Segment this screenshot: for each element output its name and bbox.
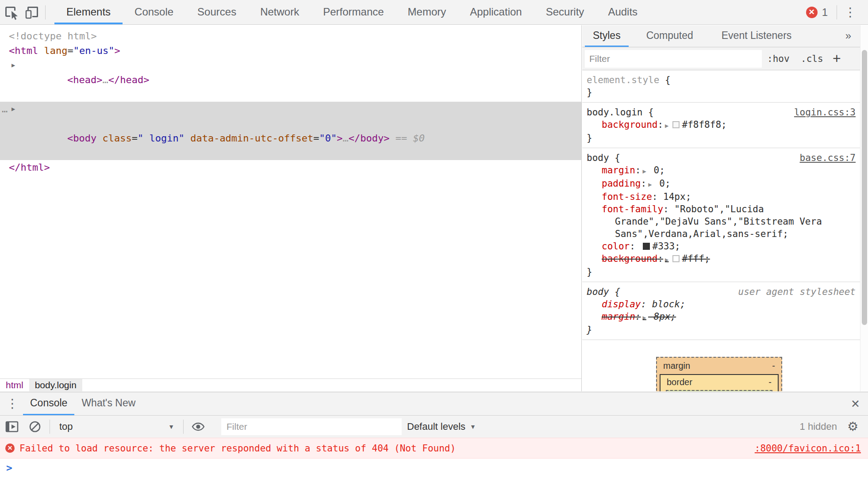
tab-network[interactable]: Network bbox=[248, 0, 311, 24]
context-label: top bbox=[59, 421, 73, 432]
prompt-chevron-icon: > bbox=[6, 462, 12, 474]
dom-row-head[interactable]: ▶<head>…</head> bbox=[0, 58, 581, 102]
breadcrumb-html[interactable]: html bbox=[0, 379, 29, 391]
tab-audits[interactable]: Audits bbox=[596, 0, 649, 24]
elements-panel: <!doctype html> <html lang="en-us"> ▶<he… bbox=[0, 25, 582, 391]
error-badge-icon[interactable]: ✕ bbox=[806, 7, 818, 18]
rule-close-brace: } bbox=[587, 86, 856, 99]
decl-margin-overridden[interactable]: margin:▶ 8px; bbox=[587, 310, 856, 324]
tab-styles[interactable]: Styles bbox=[585, 25, 629, 47]
decl-background-overridden[interactable]: background:▶#fff; bbox=[587, 252, 856, 266]
rule-close-brace: } bbox=[587, 132, 856, 144]
box-model-diagram[interactable]: margin - border - bbox=[656, 357, 782, 391]
box-model-margin[interactable]: margin - border - bbox=[656, 357, 782, 391]
more-tabs-icon[interactable]: » bbox=[837, 25, 860, 47]
dropdown-caret-icon: ▼ bbox=[168, 423, 174, 430]
tab-performance[interactable]: Performance bbox=[311, 0, 396, 24]
more-options-kebab-icon[interactable]: ⋮ bbox=[840, 5, 861, 19]
toolbar-separator bbox=[183, 420, 184, 434]
tab-memory[interactable]: Memory bbox=[396, 0, 458, 24]
console-toolbar: top ▼ Default levels ▼ 1 hidden ⚙ bbox=[0, 415, 868, 438]
dom-row-html-open[interactable]: <html lang="en-us"> bbox=[0, 43, 581, 58]
error-source-link[interactable]: :8000/favicon.ico:1 bbox=[755, 443, 861, 454]
drawer-tabs: ⋮ Console What's New ✕ bbox=[0, 392, 868, 415]
user-agent-stylesheet-label: user agent stylesheet bbox=[738, 286, 856, 298]
error-circle-icon: ✕ bbox=[5, 443, 15, 453]
decl-padding[interactable]: padding:▶ 0; bbox=[587, 177, 856, 191]
new-style-rule-button[interactable]: + bbox=[833, 47, 841, 69]
toolbar-right-cluster: ✕ 1 ⋮ bbox=[806, 0, 868, 24]
dom-row-html-close[interactable]: </html> bbox=[0, 160, 581, 175]
tab-sources[interactable]: Sources bbox=[185, 0, 248, 24]
expand-triangle-icon[interactable]: ▶ bbox=[12, 58, 15, 73]
element-classes-button[interactable]: .cls bbox=[801, 47, 823, 70]
rule-close-brace: } bbox=[587, 266, 856, 278]
levels-label: Default levels bbox=[407, 421, 465, 432]
console-settings-gear-icon[interactable]: ⚙ bbox=[847, 416, 858, 438]
box-model-padding[interactable] bbox=[666, 390, 772, 391]
css-rule-body[interactable]: base.css:7 body { margin:▶ 0; padding:▶ … bbox=[582, 148, 860, 282]
dom-tree: <!doctype html> <html lang="en-us"> ▶<he… bbox=[0, 25, 581, 175]
clear-console-icon[interactable] bbox=[28, 416, 42, 438]
decl-background[interactable]: background:▶#f8f8f8; bbox=[587, 119, 856, 132]
decl-color[interactable]: color: #333; bbox=[587, 240, 856, 252]
error-message-text: Failed to load resource: the server resp… bbox=[19, 443, 456, 454]
css-rule-body-login[interactable]: login.css:3 body.login { background:▶#f8… bbox=[582, 103, 860, 148]
drawer-tab-whats-new[interactable]: What's New bbox=[74, 392, 142, 415]
console-sidebar-toggle-icon[interactable] bbox=[5, 416, 19, 438]
expand-triangle-icon[interactable]: ▶ bbox=[12, 102, 15, 116]
dom-breadcrumb: html body.login bbox=[0, 378, 581, 391]
toolbar-separator bbox=[45, 5, 46, 19]
drawer-tab-console[interactable]: Console bbox=[23, 392, 74, 415]
drawer-menu-kebab-icon[interactable]: ⋮ bbox=[6, 392, 19, 415]
tab-computed[interactable]: Computed bbox=[638, 25, 701, 47]
decl-display[interactable]: display: block; bbox=[587, 298, 856, 310]
css-rule-element-style[interactable]: element.style { } bbox=[582, 70, 860, 103]
toggle-element-state-button[interactable]: :hov bbox=[767, 47, 790, 70]
sidebar-play-icon bbox=[5, 420, 19, 433]
device-toolbar-icon[interactable] bbox=[22, 0, 42, 24]
console-filter-input[interactable] bbox=[221, 418, 402, 435]
scrollbar-thumb[interactable] bbox=[862, 50, 867, 325]
console-prompt[interactable]: > bbox=[0, 459, 868, 477]
box-model-border[interactable]: border - bbox=[660, 374, 779, 391]
tab-elements[interactable]: Elements bbox=[54, 0, 123, 24]
dropdown-caret-icon: ▼ bbox=[470, 423, 476, 430]
tab-security[interactable]: Security bbox=[534, 0, 596, 24]
decl-font-size[interactable]: font-size: 14px; bbox=[587, 191, 856, 203]
console-error-message[interactable]: ✕ Failed to load resource: the server re… bbox=[0, 438, 868, 459]
toolbar-separator bbox=[837, 5, 837, 19]
eye-icon bbox=[191, 420, 205, 434]
close-drawer-icon[interactable]: ✕ bbox=[851, 392, 860, 415]
sidebar-tabs: Styles Computed Event Listeners » bbox=[582, 25, 860, 47]
tab-event-listeners[interactable]: Event Listeners bbox=[714, 25, 800, 47]
circle-slash-icon bbox=[28, 420, 42, 433]
log-levels-dropdown[interactable]: Default levels ▼ bbox=[407, 416, 476, 438]
styles-filter-input[interactable] bbox=[585, 50, 762, 68]
border-label: border bbox=[667, 377, 692, 387]
inspect-element-icon[interactable] bbox=[2, 0, 22, 24]
border-value[interactable]: - bbox=[768, 377, 772, 387]
css-rule-user-agent[interactable]: user agent stylesheet body { display: bl… bbox=[582, 282, 860, 340]
stylesheet-link-login-css[interactable]: login.css:3 bbox=[794, 106, 856, 119]
tab-console[interactable]: Console bbox=[123, 0, 185, 24]
hidden-messages-count: 1 hidden bbox=[800, 416, 837, 438]
breadcrumb-body-login[interactable]: body.login bbox=[29, 379, 82, 391]
dom-row-doctype[interactable]: <!doctype html> bbox=[0, 29, 581, 43]
execution-context-selector[interactable]: top ▼ bbox=[59, 416, 174, 438]
styles-sidebar: Styles Computed Event Listeners » :hov .… bbox=[582, 25, 860, 391]
decl-font-family[interactable]: font-family: "Roboto","Lucida bbox=[587, 203, 856, 215]
rule-selector: element.style { bbox=[587, 74, 856, 86]
toolbar-separator bbox=[50, 420, 50, 434]
dom-row-body-code: <body class=" login" data-admin-utc-offs… bbox=[67, 133, 425, 144]
styles-scrollbar[interactable] bbox=[860, 25, 868, 391]
device-phone-monitor-icon bbox=[24, 4, 40, 20]
tab-application[interactable]: Application bbox=[458, 0, 534, 24]
margin-value[interactable]: - bbox=[772, 361, 775, 371]
live-expression-eye-icon[interactable] bbox=[191, 416, 205, 438]
margin-label: margin bbox=[663, 361, 690, 371]
devtools-toolbar: Elements Console Sources Network Perform… bbox=[0, 0, 868, 25]
dom-row-body-selected[interactable]: … ▶<body class=" login" data-admin-utc-o… bbox=[0, 102, 581, 160]
decl-margin[interactable]: margin:▶ 0; bbox=[587, 164, 856, 177]
stylesheet-link-base-css[interactable]: base.css:7 bbox=[800, 152, 856, 164]
